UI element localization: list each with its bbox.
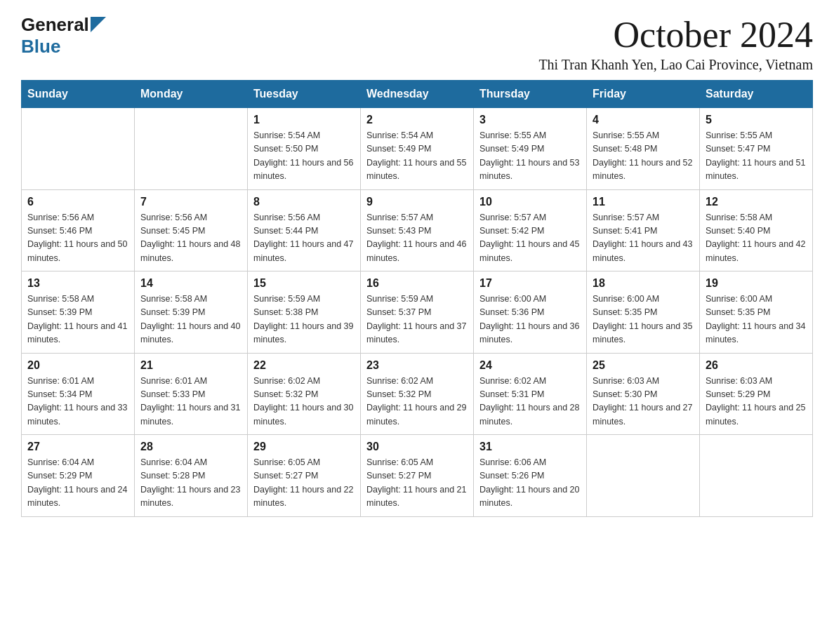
table-row: 20Sunrise: 6:01 AMSunset: 5:34 PMDayligh… <box>22 353 135 435</box>
col-friday: Friday <box>587 81 700 108</box>
table-row: 19Sunrise: 6:00 AMSunset: 5:35 PMDayligh… <box>700 271 813 354</box>
day-number: 9 <box>366 196 468 208</box>
day-info: Sunrise: 5:54 AMSunset: 5:49 PMDaylight:… <box>366 129 468 184</box>
day-info: Sunrise: 5:55 AMSunset: 5:47 PMDaylight:… <box>706 129 807 184</box>
day-info: Sunrise: 5:57 AMSunset: 5:43 PMDaylight:… <box>366 211 468 266</box>
table-row: 15Sunrise: 5:59 AMSunset: 5:38 PMDayligh… <box>248 271 361 354</box>
day-info: Sunrise: 5:59 AMSunset: 5:37 PMDaylight:… <box>366 293 468 347</box>
logo-arrow-icon <box>91 17 106 32</box>
table-row: 3Sunrise: 5:55 AMSunset: 5:49 PMDaylight… <box>474 108 587 190</box>
day-info: Sunrise: 5:58 AMSunset: 5:39 PMDaylight:… <box>27 293 128 347</box>
col-thursday: Thursday <box>474 81 587 108</box>
day-number: 6 <box>27 196 128 208</box>
day-number: 5 <box>706 114 807 126</box>
day-number: 27 <box>27 441 128 453</box>
table-row <box>22 108 135 190</box>
day-number: 19 <box>706 277 807 290</box>
day-info: Sunrise: 6:05 AMSunset: 5:27 PMDaylight:… <box>253 456 355 511</box>
day-info: Sunrise: 6:02 AMSunset: 5:31 PMDaylight:… <box>479 375 581 429</box>
day-number: 12 <box>706 196 807 208</box>
day-number: 20 <box>27 359 128 372</box>
table-row: 17Sunrise: 6:00 AMSunset: 5:36 PMDayligh… <box>474 271 587 354</box>
day-info: Sunrise: 6:02 AMSunset: 5:32 PMDaylight:… <box>366 375 468 429</box>
table-row: 12Sunrise: 5:58 AMSunset: 5:40 PMDayligh… <box>700 189 813 271</box>
day-number: 21 <box>140 359 241 372</box>
day-info: Sunrise: 5:58 AMSunset: 5:39 PMDaylight:… <box>140 293 241 347</box>
calendar-week-row: 27Sunrise: 6:04 AMSunset: 5:29 PMDayligh… <box>22 435 813 517</box>
day-number: 13 <box>27 277 128 290</box>
day-number: 23 <box>366 359 468 372</box>
day-info: Sunrise: 5:55 AMSunset: 5:49 PMDaylight:… <box>479 129 581 184</box>
svg-marker-0 <box>91 17 106 32</box>
day-number: 7 <box>140 196 241 208</box>
col-saturday: Saturday <box>700 81 813 108</box>
table-row: 1Sunrise: 5:54 AMSunset: 5:50 PMDaylight… <box>248 108 361 190</box>
calendar-header-row: Sunday Monday Tuesday Wednesday Thursday… <box>22 81 813 108</box>
table-row: 22Sunrise: 6:02 AMSunset: 5:32 PMDayligh… <box>248 353 361 435</box>
table-row: 29Sunrise: 6:05 AMSunset: 5:27 PMDayligh… <box>248 435 361 517</box>
table-row <box>700 435 813 517</box>
table-row: 7Sunrise: 5:56 AMSunset: 5:45 PMDaylight… <box>135 189 248 271</box>
table-row <box>135 108 248 190</box>
table-row: 10Sunrise: 5:57 AMSunset: 5:42 PMDayligh… <box>474 189 587 271</box>
day-info: Sunrise: 5:57 AMSunset: 5:42 PMDaylight:… <box>479 211 581 266</box>
title-section: October 2024 Thi Tran Khanh Yen, Lao Cai… <box>538 14 813 73</box>
table-row: 24Sunrise: 6:02 AMSunset: 5:31 PMDayligh… <box>474 353 587 435</box>
day-info: Sunrise: 6:02 AMSunset: 5:32 PMDaylight:… <box>253 375 355 429</box>
col-tuesday: Tuesday <box>248 81 361 108</box>
table-row: 8Sunrise: 5:56 AMSunset: 5:44 PMDaylight… <box>248 189 361 271</box>
day-number: 24 <box>479 359 581 372</box>
day-number: 30 <box>366 441 468 453</box>
day-number: 2 <box>366 114 468 126</box>
day-number: 22 <box>253 359 355 372</box>
table-row: 27Sunrise: 6:04 AMSunset: 5:29 PMDayligh… <box>22 435 135 517</box>
calendar-week-row: 6Sunrise: 5:56 AMSunset: 5:46 PMDaylight… <box>22 189 813 271</box>
table-row: 13Sunrise: 5:58 AMSunset: 5:39 PMDayligh… <box>22 271 135 354</box>
day-info: Sunrise: 5:56 AMSunset: 5:44 PMDaylight:… <box>253 211 355 266</box>
day-number: 29 <box>253 441 355 453</box>
logo: General Blue <box>21 14 106 58</box>
day-info: Sunrise: 5:57 AMSunset: 5:41 PMDaylight:… <box>593 211 694 266</box>
day-number: 25 <box>593 359 694 372</box>
day-number: 1 <box>253 114 355 126</box>
month-title: October 2024 <box>538 14 813 55</box>
day-number: 14 <box>140 277 241 290</box>
day-info: Sunrise: 6:05 AMSunset: 5:27 PMDaylight:… <box>366 456 468 511</box>
day-info: Sunrise: 5:59 AMSunset: 5:38 PMDaylight:… <box>253 293 355 347</box>
day-info: Sunrise: 6:03 AMSunset: 5:30 PMDaylight:… <box>593 375 694 429</box>
table-row: 4Sunrise: 5:55 AMSunset: 5:48 PMDaylight… <box>587 108 700 190</box>
table-row: 30Sunrise: 6:05 AMSunset: 5:27 PMDayligh… <box>361 435 474 517</box>
day-number: 8 <box>253 196 355 208</box>
table-row: 28Sunrise: 6:04 AMSunset: 5:28 PMDayligh… <box>135 435 248 517</box>
day-info: Sunrise: 5:58 AMSunset: 5:40 PMDaylight:… <box>706 211 807 266</box>
day-info: Sunrise: 6:03 AMSunset: 5:29 PMDaylight:… <box>706 375 807 429</box>
table-row: 6Sunrise: 5:56 AMSunset: 5:46 PMDaylight… <box>22 189 135 271</box>
table-row: 18Sunrise: 6:00 AMSunset: 5:35 PMDayligh… <box>587 271 700 354</box>
day-info: Sunrise: 6:04 AMSunset: 5:28 PMDaylight:… <box>140 456 241 511</box>
page-header: General Blue October 2024 Thi Tran Khanh… <box>21 14 813 73</box>
day-info: Sunrise: 5:55 AMSunset: 5:48 PMDaylight:… <box>593 129 694 184</box>
calendar-week-row: 20Sunrise: 6:01 AMSunset: 5:34 PMDayligh… <box>22 353 813 435</box>
logo-general: General <box>21 14 89 36</box>
col-sunday: Sunday <box>22 81 135 108</box>
table-row: 21Sunrise: 6:01 AMSunset: 5:33 PMDayligh… <box>135 353 248 435</box>
calendar-week-row: 1Sunrise: 5:54 AMSunset: 5:50 PMDaylight… <box>22 108 813 190</box>
day-info: Sunrise: 6:00 AMSunset: 5:36 PMDaylight:… <box>479 293 581 347</box>
table-row: 26Sunrise: 6:03 AMSunset: 5:29 PMDayligh… <box>700 353 813 435</box>
day-info: Sunrise: 6:06 AMSunset: 5:26 PMDaylight:… <box>479 456 581 511</box>
day-number: 10 <box>479 196 581 208</box>
day-number: 3 <box>479 114 581 126</box>
col-monday: Monday <box>135 81 248 108</box>
location-title: Thi Tran Khanh Yen, Lao Cai Province, Vi… <box>538 57 813 73</box>
table-row: 14Sunrise: 5:58 AMSunset: 5:39 PMDayligh… <box>135 271 248 354</box>
day-number: 26 <box>706 359 807 372</box>
day-number: 28 <box>140 441 241 453</box>
table-row <box>587 435 700 517</box>
day-number: 15 <box>253 277 355 290</box>
table-row: 11Sunrise: 5:57 AMSunset: 5:41 PMDayligh… <box>587 189 700 271</box>
table-row: 31Sunrise: 6:06 AMSunset: 5:26 PMDayligh… <box>474 435 587 517</box>
day-number: 16 <box>366 277 468 290</box>
day-info: Sunrise: 6:04 AMSunset: 5:29 PMDaylight:… <box>27 456 128 511</box>
day-number: 11 <box>593 196 694 208</box>
day-number: 31 <box>479 441 581 453</box>
